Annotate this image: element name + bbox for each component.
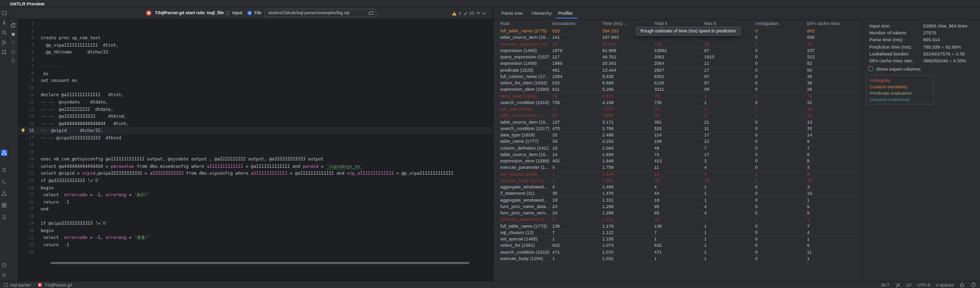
table-row[interactable]: search_condition (1516)4711.0724711011 <box>493 249 862 256</box>
line-ending[interactable]: LF <box>906 283 912 288</box>
commit-icon[interactable] <box>1 20 7 26</box>
text-icon[interactable] <box>10 40 16 46</box>
table-row[interactable]: execute_body (1204)11.0311101 <box>493 256 862 262</box>
column-header-dfa-cache-miss[interactable]: DFA cache miss <box>807 21 840 26</box>
tab-hierarchy[interactable]: Hierarchy <box>532 10 552 16</box>
notifications-icon[interactable] <box>1 214 7 220</box>
table-row[interactable]: execute_statement (4...31.22212716 <box>493 216 862 223</box>
table-row[interactable]: expression_elem (1589)4021.948413308 <box>493 158 862 164</box>
table-row[interactable]: table_alias (1846)744.871784176 <box>493 93 862 100</box>
editor-line[interactable]: 28 <box>18 213 492 220</box>
editor-line[interactable]: 26 return -1 <box>18 199 492 206</box>
alert-circle-icon[interactable] <box>971 282 976 288</box>
table-row[interactable]: expression_elem (1590)6115.266321199026 <box>493 86 862 93</box>
editor-line[interactable]: 19 <box>18 149 492 156</box>
editor-line[interactable]: 27end <box>18 206 492 213</box>
column-header-max-k[interactable]: Max k <box>704 21 716 26</box>
services-icon[interactable] <box>1 203 7 208</box>
table-row[interactable]: set_special (1485)11.1051101 <box>493 236 862 242</box>
show-expert-columns-checkbox[interactable] <box>868 66 873 71</box>
project-icon[interactable] <box>1 10 7 16</box>
editor-line[interactable]: 33 <box>18 249 492 256</box>
table-row[interactable]: func_proc_name_serv...241.28995405 <box>493 210 862 216</box>
column-header-total-k[interactable]: Total k <box>654 21 667 26</box>
lock-open-icon[interactable] <box>959 282 965 288</box>
breadcrumb[interactable]: tsql-parser › TSqlParser.g4 <box>4 283 73 288</box>
editor-line[interactable]: 7-- -- -- <box>18 63 492 70</box>
table-row[interactable]: aggregate_windowed...41.4954103 <box>493 184 862 190</box>
file-radio[interactable] <box>247 11 252 15</box>
table-row[interactable]: table_source_item_j...633.605703162 <box>493 112 862 119</box>
indent-setting[interactable]: 4 spaces <box>936 283 954 288</box>
column-header-invocations[interactable]: Invocations <box>552 21 575 26</box>
intention-bulb-icon[interactable] <box>21 128 25 133</box>
table-row[interactable]: column_definition (1421)182.06449707 <box>493 145 862 152</box>
table-row[interactable]: execute_body (1201)11.6023015115 <box>493 178 862 184</box>
table-row[interactable]: join_part (1644)173.757284119 <box>493 106 862 112</box>
table-row[interactable]: table_source_item (15...1273.17138121013 <box>493 119 862 126</box>
refresh-icon[interactable] <box>10 23 16 28</box>
editor-line[interactable]: 18 <box>18 141 492 149</box>
editor-line[interactable]: 9set nocount on <box>18 77 492 84</box>
file-radio-label[interactable]: File <box>254 10 262 15</box>
editor-line[interactable]: 24begin <box>18 184 492 192</box>
table-row[interactable]: func_proc_name_data...241.29895405 <box>493 204 862 210</box>
editor-line[interactable]: 29if @vipa333333333333 !='0' <box>18 220 492 227</box>
editor-line[interactable]: 2 <box>18 27 492 35</box>
input-radio[interactable] <box>225 11 230 15</box>
table-row[interactable]: predicate (1525)46113.444292717080 <box>493 67 862 74</box>
editor-line[interactable]: 31 select errorcode = -1, errormsg = '准备… <box>18 234 492 241</box>
editor-line[interactable]: 4 @p_vipa1111111111111 dtint, <box>18 42 492 49</box>
settings-icon[interactable] <box>1 272 7 278</box>
chevron-down-icon[interactable] <box>482 11 486 15</box>
tab-profiler[interactable]: Profiler <box>558 10 573 16</box>
stop-icon[interactable] <box>10 31 16 37</box>
table-row[interactable]: full_table_name (1773)1391.179139107 <box>493 223 862 230</box>
expert-columns-row[interactable]: Show expert columns <box>868 65 921 72</box>
editor-line[interactable]: 6 <box>18 56 492 63</box>
table-row[interactable]: select_list_elem (1592)6326.669612997038 <box>493 80 862 86</box>
editor-line[interactable]: 32 return -1 <box>18 241 492 249</box>
editor-line[interactable]: 10 <box>18 84 492 92</box>
column-header-rule[interactable]: Rule <box>500 21 510 26</box>
locate-icon[interactable] <box>10 49 16 55</box>
folder-icon[interactable] <box>368 11 373 15</box>
run-icon[interactable] <box>1 40 7 45</box>
table-row[interactable]: expression (1498)199820.342206421082 <box>493 60 862 67</box>
highlighting-off-icon[interactable] <box>895 282 901 288</box>
input-radio-label[interactable]: Input <box>232 10 242 15</box>
code-editor[interactable]: 123create proc up_com_test4 @p_vipa11111… <box>18 19 492 281</box>
table-row[interactable]: query_expression (1527)11748.76120621910… <box>493 54 862 60</box>
file-path-input[interactable]: ebelice/Github/tsql-parser/examples/big.… <box>265 9 376 17</box>
structure-icon[interactable] <box>1 167 7 173</box>
editor-line[interactable]: 23if @a333333333333 !='0' <box>18 177 492 184</box>
encoding[interactable]: UTF-8 <box>917 283 930 288</box>
table-row[interactable]: data_type (1829)322.48811417014 <box>493 132 862 138</box>
editor-line[interactable]: 22select @vipid = vipid,@vipa33333333333… <box>18 170 492 177</box>
editor-line[interactable]: 1 <box>18 20 492 27</box>
editor-line[interactable]: 15—— —— @a4444444444444444 dtint, <box>18 120 492 128</box>
table-row[interactable]: execute_parameter (1...41.75811403 <box>493 164 862 171</box>
table-row[interactable]: select_list (1581)6321.073632106 <box>493 242 862 249</box>
column-header-time-ms-[interactable]: Time (ms)⌄ <box>602 21 627 26</box>
editor-line[interactable]: 5 @p_tblname dtchar32 <box>18 49 492 56</box>
table-row[interactable]: set_special (1483)11.64316318 <box>493 171 862 178</box>
table-row[interactable]: aggregate_windowed...181.33118101 <box>493 197 862 204</box>
bookmarks-icon[interactable] <box>1 50 7 55</box>
table-row[interactable]: expression (1495)197852.99910982970237 <box>493 48 862 54</box>
table-row[interactable]: search_condition (1517)4702.78652511030 <box>493 126 862 132</box>
editor-line[interactable]: 21select @a444444444444444 = paravalue f… <box>18 163 492 170</box>
editor-line[interactable]: 17—— —— @vipa333333333333 dtkind <box>18 134 492 142</box>
search-icon[interactable] <box>1 30 7 35</box>
tab-parse-tree[interactable]: Parse tree <box>501 10 523 16</box>
table-row[interactable]: table_source_item (15...141.959741708 <box>493 152 862 158</box>
antlr-preview-icon[interactable] <box>1 150 7 156</box>
editor-horizontal-scrollbar[interactable] <box>50 262 469 264</box>
terminal-icon[interactable] <box>1 179 7 184</box>
table-row[interactable]: if_statement (31)351.476441015 <box>493 190 862 197</box>
editor-line[interactable]: 16—— @vipid dtchar32, <box>18 127 492 134</box>
table-row[interactable]: execute_statement (41)1461.56611815497 <box>493 41 862 48</box>
column-header-ambiguities[interactable]: Ambiguities <box>755 21 779 26</box>
editor-line[interactable]: 13—— —— @a2222222222 dtdate, <box>18 106 492 113</box>
editor-line[interactable]: 8 as <box>18 70 492 78</box>
